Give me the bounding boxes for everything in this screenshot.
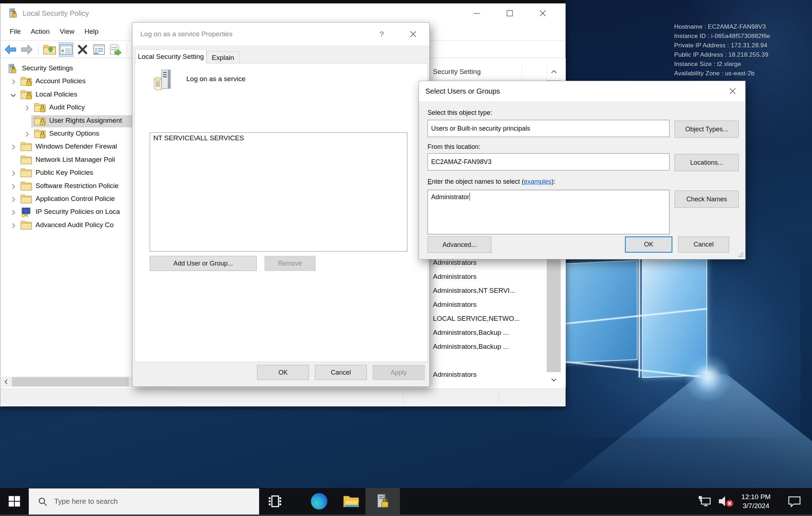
result-row[interactable]: Administrators,NT SERVI... — [433, 287, 541, 298]
column-header-security-setting[interactable]: Security Setting — [433, 63, 481, 80]
result-row[interactable]: LOCAL SERVICE,NETWO... — [433, 315, 541, 326]
scroll-down-arrow-icon[interactable] — [547, 372, 561, 387]
examples-link[interactable]: examples — [524, 178, 551, 185]
menu-help[interactable]: Help — [79, 23, 103, 40]
ec2-info-line: Instance ID : i-065a48f5730882f6e — [674, 32, 770, 41]
close-button[interactable] — [531, 4, 555, 23]
start-button[interactable] — [0, 488, 29, 515]
result-row[interactable]: Administrators — [433, 301, 541, 312]
dialog-titlebar[interactable]: Select Users or Groups — [419, 81, 745, 101]
cancel-button[interactable]: Cancel — [678, 236, 729, 253]
policy-name: Log on as a service — [186, 75, 246, 83]
chevron-right-icon[interactable] — [10, 78, 17, 85]
chevron-right-icon[interactable] — [10, 183, 17, 190]
help-button[interactable]: ? — [375, 28, 388, 41]
result-row[interactable]: Administrators,Backup ... — [433, 329, 541, 340]
cancel-button[interactable]: Cancel — [315, 365, 367, 380]
location-field[interactable]: EC2AMAZ-FAN98V3 — [428, 153, 669, 170]
ok-button[interactable]: OK — [625, 236, 672, 253]
result-row[interactable]: Administrators — [433, 371, 541, 382]
window-titlebar[interactable]: Local Security Policy — [0, 4, 565, 23]
dialog-close-button[interactable] — [405, 28, 421, 41]
tree-item-label: Audit Policy — [49, 103, 85, 111]
chevron-right-icon[interactable] — [10, 196, 17, 203]
object-types-button[interactable]: Object Types... — [675, 121, 739, 138]
action-center-icon — [788, 495, 801, 507]
scroll-up-arrow-icon[interactable] — [547, 63, 561, 80]
screen-edge-strip — [0, 515, 812, 516]
console-tree-button[interactable] — [59, 42, 73, 57]
taskbar-clock[interactable]: 12:10 PM 3/7/2024 — [736, 488, 776, 515]
back-button[interactable] — [3, 42, 18, 57]
scrollbar-thumb[interactable] — [12, 377, 129, 386]
action-center-button[interactable] — [783, 488, 806, 515]
chevron-right-icon[interactable] — [23, 131, 31, 138]
add-user-or-group-button[interactable]: Add User or Group... — [150, 256, 257, 271]
result-row[interactable]: Administrators — [433, 273, 541, 284]
search-input[interactable] — [54, 497, 227, 506]
object-names-input[interactable]: Administrator — [428, 190, 669, 234]
edge-icon — [311, 493, 327, 510]
menu-action[interactable]: Action — [26, 23, 55, 40]
ec2-info-line: Instance Size : t2.xlarge — [674, 60, 770, 69]
chevron-right-icon[interactable] — [23, 104, 31, 112]
forward-icon — [20, 44, 33, 55]
resize-grip[interactable] — [738, 252, 743, 257]
chevron-right-icon[interactable] — [10, 222, 17, 229]
text-caret — [470, 193, 470, 201]
apply-button: Apply — [373, 365, 425, 380]
volume-tray-button[interactable] — [715, 488, 736, 515]
folder-icon — [20, 155, 32, 166]
delete-button[interactable] — [75, 42, 90, 57]
maximize-button[interactable] — [498, 4, 522, 23]
wallpaper-light-line — [639, 255, 640, 377]
tab-local-security-setting[interactable]: Local Security Setting — [135, 49, 206, 64]
member-item[interactable]: NT SERVICE\ALL SERVICES — [150, 133, 407, 144]
members-listbox[interactable]: NT SERVICE\ALL SERVICES — [150, 132, 407, 252]
file-explorer-button[interactable] — [337, 488, 365, 515]
advanced-button[interactable]: Advanced... — [428, 236, 491, 253]
result-row[interactable]: Administrators,Backup ... — [433, 343, 541, 354]
folder-lock-icon — [20, 76, 32, 87]
chevron-right-icon[interactable] — [10, 209, 17, 216]
tree-item-label: Advanced Audit Policy Co — [36, 221, 114, 229]
close-icon — [409, 29, 418, 39]
folder-lock-icon — [34, 116, 46, 127]
dialog-close-button[interactable] — [725, 85, 741, 98]
object-type-field[interactable]: Users or Built-in security principals — [428, 120, 669, 137]
search-icon — [38, 497, 48, 507]
task-view-button[interactable] — [261, 488, 289, 515]
ec2-info-line: Public IP Address : 18.218.255.39 — [674, 50, 770, 60]
local-security-policy-taskbar-button[interactable] — [365, 488, 400, 515]
chevron-right-icon[interactable] — [10, 144, 17, 151]
ok-button[interactable]: OK — [257, 365, 309, 380]
location-label: From this location: — [428, 143, 480, 151]
chevron-right-icon[interactable] — [10, 170, 17, 177]
folder-icon — [20, 168, 32, 179]
minimize-button[interactable] — [465, 4, 489, 23]
locations-button[interactable]: Locations... — [675, 154, 739, 171]
result-row[interactable]: Administrators — [433, 259, 541, 270]
menu-file[interactable]: File — [5, 23, 26, 40]
folder-lock-icon — [34, 103, 46, 113]
network-tray-button[interactable] — [696, 488, 714, 515]
export-list-button[interactable] — [108, 42, 123, 57]
volume-muted-icon — [717, 494, 734, 508]
tree-item-label: Security Options — [49, 130, 99, 137]
forward-button[interactable] — [20, 42, 34, 57]
properties-button[interactable] — [92, 42, 106, 57]
scroll-left-arrow-icon[interactable] — [1, 376, 11, 387]
ec2-instance-info: Hostname : EC2AMAZ-FAN98V3Instance ID : … — [674, 22, 770, 78]
edge-button[interactable] — [305, 488, 333, 515]
taskbar-search[interactable] — [29, 488, 259, 515]
up-folder-button[interactable] — [42, 42, 57, 57]
dialog-titlebar[interactable]: Log on as a service Properties ? — [132, 23, 429, 46]
chevron-down-icon[interactable] — [10, 92, 17, 99]
check-names-button[interactable]: Check Names — [675, 191, 739, 208]
dialog-title: Select Users or Groups — [425, 81, 500, 101]
column-divider[interactable] — [522, 65, 522, 79]
tab-explain[interactable]: Explain — [206, 51, 239, 64]
menu-view[interactable]: View — [55, 23, 79, 40]
tree-item-label: User Rights Assignment — [49, 117, 122, 125]
close-icon — [538, 9, 547, 18]
